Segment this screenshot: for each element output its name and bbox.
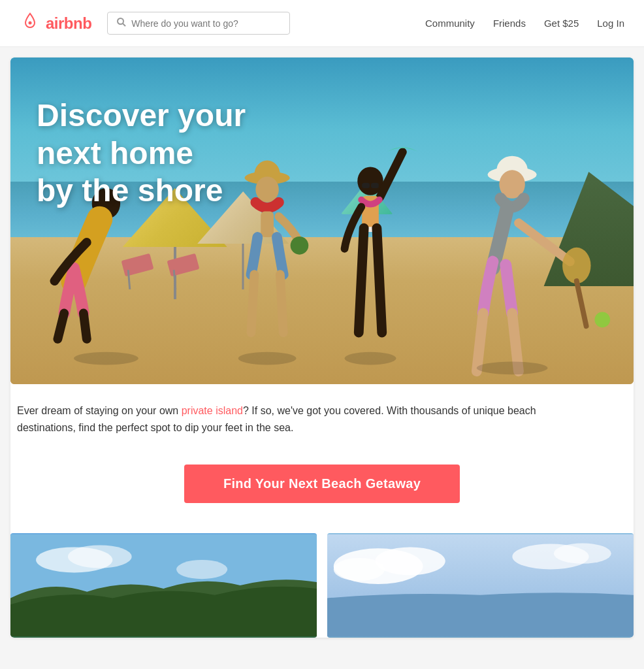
svg-point-30 <box>345 352 396 365</box>
svg-line-18 <box>359 228 364 333</box>
svg-point-0 <box>29 22 32 25</box>
bottom-images-row <box>10 523 634 638</box>
svg-point-29 <box>238 352 297 365</box>
cta-container: Find Your Next Beach Getaway <box>10 451 634 523</box>
person-3-group <box>345 147 419 333</box>
svg-point-38 <box>375 547 445 576</box>
logo-wordmark: airbnb <box>46 14 91 33</box>
svg-line-26 <box>477 313 483 371</box>
svg-point-28 <box>74 352 138 365</box>
svg-line-2 <box>123 24 125 26</box>
svg-point-23 <box>562 248 590 284</box>
nav-get25[interactable]: Get $25 <box>544 18 579 29</box>
private-island-link[interactable]: private island <box>182 405 243 416</box>
nav-friends[interactable]: Friends <box>493 18 526 29</box>
svg-point-12 <box>291 237 309 255</box>
description-section: Ever dream of staying on your own privat… <box>10 384 634 451</box>
svg-line-11 <box>280 274 283 333</box>
find-getaway-button[interactable]: Find Your Next Beach Getaway <box>184 465 460 503</box>
main-nav: Community Friends Get $25 Log In <box>425 18 624 29</box>
svg-point-39 <box>334 558 385 581</box>
logo[interactable]: airbnb <box>20 11 91 35</box>
airbnb-logo-icon <box>20 11 40 35</box>
nav-login[interactable]: Log In <box>597 18 624 29</box>
search-icon <box>117 18 126 29</box>
page-wrapper: Discover your next home by the shore Eve… <box>0 47 644 648</box>
svg-rect-14 <box>362 183 370 188</box>
svg-line-10 <box>251 274 254 333</box>
site-header: airbnb Community Friends Get $25 Log In <box>0 0 644 47</box>
svg-line-4 <box>57 313 64 338</box>
svg-point-34 <box>68 546 132 568</box>
description-text: Ever dream of staying on your own privat… <box>17 402 553 436</box>
content-card: Discover your next home by the shore Eve… <box>10 57 634 638</box>
svg-point-25 <box>594 312 610 327</box>
svg-line-24 <box>577 281 587 326</box>
search-box[interactable] <box>107 12 290 35</box>
svg-point-1 <box>118 18 123 24</box>
person-4-group <box>477 156 610 372</box>
bottom-image-right[interactable] <box>327 533 634 638</box>
svg-point-31 <box>477 361 548 374</box>
svg-rect-15 <box>371 183 379 188</box>
hero-title: Discover your next home by the shore <box>37 97 298 210</box>
svg-line-19 <box>377 228 382 333</box>
person-1-group <box>54 188 120 339</box>
svg-line-5 <box>84 313 87 338</box>
search-input[interactable] <box>131 18 280 29</box>
hero-text-overlay: Discover your next home by the shore <box>37 97 298 210</box>
svg-point-41 <box>554 544 611 564</box>
svg-rect-9 <box>261 212 274 237</box>
nav-community[interactable]: Community <box>425 18 475 29</box>
bottom-image-left[interactable] <box>10 533 317 638</box>
hero-section: Discover your next home by the shore <box>10 57 634 384</box>
svg-point-35 <box>176 560 227 579</box>
